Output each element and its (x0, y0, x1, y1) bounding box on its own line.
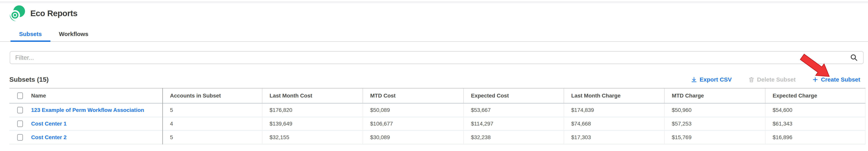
filter-input[interactable] (10, 51, 864, 64)
col-header-mtd-cost: MTD Cost (363, 88, 464, 103)
last-month-cost-cell: $32,155 (262, 130, 363, 144)
accounts-cell: 4 (162, 117, 262, 130)
row-checkbox[interactable] (17, 107, 23, 114)
expected-cost-cell: $32,238 (464, 130, 564, 144)
expected-charge-cell: $61,343 (765, 117, 865, 130)
last-month-charge-cell: $174,839 (564, 103, 664, 117)
subsets-count-heading: Subsets (15) (9, 76, 49, 83)
delete-subset-label: Delete Subset (757, 76, 796, 83)
subset-name-cell: Cost Center 2 (27, 130, 162, 144)
search-icon[interactable] (850, 54, 858, 62)
last-month-cost-cell: $176,820 (262, 103, 363, 117)
table-row: 123 Example of Perm Workflow Association… (9, 103, 865, 117)
row-checkbox-cell (9, 117, 27, 130)
accounts-cell: 5 (162, 103, 262, 117)
tab-subsets[interactable]: Subsets (10, 28, 51, 41)
mtd-charge-cell: $57,253 (664, 117, 765, 130)
mtd-charge-cell: $15,769 (664, 130, 765, 144)
select-all-checkbox[interactable] (17, 92, 23, 99)
table-header-row: Name Accounts in Subset Last Month Cost … (9, 88, 865, 103)
tab-workflows[interactable]: Workflows (51, 28, 97, 41)
mtd-cost-cell: $106,677 (363, 117, 464, 130)
row-checkbox-cell (9, 130, 27, 144)
col-header-name: Name (27, 88, 162, 103)
tab-subsets-label: Subsets (19, 31, 42, 37)
subset-name-link[interactable]: Cost Center 1 (31, 121, 67, 127)
table-row: Cost Center 2 5 $32,155 $30,089 $32,238 … (9, 130, 865, 144)
delete-subset-button[interactable]: Delete Subset (748, 76, 796, 83)
last-month-cost-cell: $139,649 (262, 117, 363, 130)
expected-cost-cell: $114,297 (464, 117, 564, 130)
tab-workflows-label: Workflows (59, 31, 88, 37)
last-month-charge-cell: $17,303 (564, 130, 664, 144)
col-header-mtd-charge: MTD Charge (664, 88, 765, 103)
export-csv-button[interactable]: Export CSV (691, 76, 732, 83)
row-checkbox[interactable] (17, 120, 23, 127)
last-month-charge-cell: $74,668 (564, 117, 664, 130)
col-header-accounts: Accounts in Subset (162, 88, 262, 103)
accounts-cell: 5 (162, 130, 262, 144)
row-checkbox[interactable] (17, 134, 23, 141)
page-title: Eco Reports (30, 9, 78, 18)
select-all-cell (9, 88, 27, 103)
download-icon (691, 76, 697, 83)
col-header-expected-cost: Expected Cost (464, 88, 564, 103)
subset-name-link[interactable]: 123 Example of Perm Workflow Association (31, 107, 144, 113)
toolbar-actions: Export CSV Delete Subset Create Subset (691, 76, 860, 83)
subsets-table: Name Accounts in Subset Last Month Cost … (9, 88, 865, 144)
expected-cost-cell: $53,667 (464, 103, 564, 117)
tab-bar: Subsets Workflows (0, 28, 868, 42)
page: Eco Reports Subsets Workflows Subsets (1… (0, 0, 868, 151)
app-logo-icon (9, 5, 26, 22)
mtd-charge-cell: $50,960 (664, 103, 765, 117)
col-header-last-month-cost: Last Month Cost (262, 88, 363, 103)
table-row: Cost Center 1 4 $139,649 $106,677 $114,2… (9, 117, 865, 130)
export-csv-label: Export CSV (700, 76, 732, 83)
subsets-toolbar: Subsets (15) Export CSV Delete Subset (9, 76, 860, 83)
mtd-cost-cell: $30,089 (363, 130, 464, 144)
row-checkbox-cell (9, 103, 27, 117)
subset-name-link[interactable]: Cost Center 2 (31, 134, 67, 140)
create-subset-button[interactable]: Create Subset (812, 76, 860, 83)
col-header-last-month-charge: Last Month Charge (564, 88, 664, 103)
plus-icon (812, 76, 818, 83)
expected-charge-cell: $16,896 (765, 130, 865, 144)
expected-charge-cell: $54,600 (765, 103, 865, 117)
top-shadow (0, 1, 868, 3)
subset-name-cell: Cost Center 1 (27, 117, 162, 130)
col-header-expected-charge: Expected Charge (765, 88, 865, 103)
subset-name-cell: 123 Example of Perm Workflow Association (27, 103, 162, 117)
mtd-cost-cell: $50,089 (363, 103, 464, 117)
filter-bar (10, 51, 864, 64)
trash-icon (748, 76, 755, 83)
create-subset-label: Create Subset (821, 76, 860, 83)
